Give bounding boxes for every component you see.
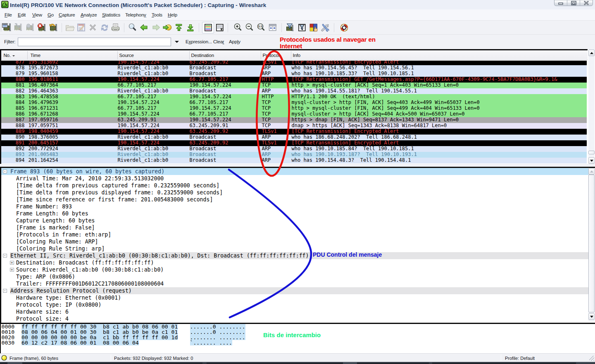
scroll-up-button[interactable] (588, 50, 595, 56)
zoom-in-icon[interactable] (233, 23, 243, 33)
packet-row[interactable]: 884 196.479639 190.154.57.224 66.77.105.… (1, 100, 587, 106)
menu-item[interactable]: Tools (152, 12, 162, 17)
save-as-icon[interactable] (76, 23, 86, 33)
packet-row[interactable]: 889 198.040459 190.154.57.224 63.245.209… (1, 129, 587, 135)
column-protocol[interactable]: Protocol (263, 53, 280, 58)
hex-line[interactable]: 0030 60 12 c2 17 08 06 00 01 08 00 06 04… (0, 340, 595, 345)
column-source[interactable]: Source (119, 53, 134, 58)
column-time[interactable]: Time (31, 53, 40, 58)
filter-dropdown-icon[interactable] (172, 38, 181, 46)
packet-row[interactable]: 880 196.018611 190.154.57.224 66.77.105.… (1, 77, 587, 83)
zoom-normal-icon[interactable]: 1:1 (256, 23, 266, 33)
column-separator[interactable] (261, 51, 261, 59)
menu-item[interactable]: Edit (18, 12, 26, 17)
column-separator[interactable] (189, 51, 190, 59)
go-to-packet-icon[interactable] (162, 23, 172, 33)
menu-item[interactable]: Help (168, 12, 177, 17)
expression-button[interactable]: Expression... (186, 39, 212, 44)
preferences-icon[interactable] (320, 23, 330, 33)
resize-grip[interactable] (589, 356, 594, 361)
clear-button[interactable]: Clear (213, 39, 224, 44)
go-to-bottom-icon[interactable] (186, 23, 195, 33)
detail-row[interactable]: + Destination: Broadcast (ff:ff:ff:ff:ff… (1, 259, 589, 266)
detail-row[interactable]: - Frame 893 (60 bytes on wire, 60 bytes … (1, 168, 589, 175)
detail-row[interactable]: [Time delta from previous captured frame… (1, 182, 589, 189)
menu-item[interactable]: File (5, 12, 12, 17)
stop-capture-icon[interactable] (37, 23, 47, 33)
detail-row[interactable]: Protocol size: 4 (1, 315, 589, 322)
expander-icon[interactable]: - (3, 170, 7, 174)
menu-item[interactable]: Capture (59, 12, 75, 17)
packet-row[interactable]: 877 195.313692 190.154.57.224 63.245.209… (1, 61, 587, 65)
capture-options-icon[interactable] (13, 23, 23, 33)
menu-item[interactable]: Statistics (102, 12, 120, 17)
reload-icon[interactable] (100, 23, 109, 33)
hex-ascii[interactable]: `....... .... (190, 340, 232, 345)
minimize-icon[interactable] (559, 3, 563, 5)
help-icon[interactable] (339, 23, 349, 33)
packet-row[interactable]: 892 200.772924 Riverdel_c1:ab:b0 Broadca… (1, 146, 587, 152)
go-forward-icon[interactable] (151, 23, 161, 33)
packet-row[interactable]: 882 196.464363 Riverdel_c1:ab:b0 Broadca… (1, 88, 587, 94)
expander-icon[interactable]: + (10, 261, 14, 265)
packet-row[interactable]: 883 196.478558 66.77.105.217 190.154.57.… (1, 94, 587, 100)
detail-row[interactable]: [Time delta from previous displayed fram… (1, 189, 589, 196)
menu-item[interactable]: Go (48, 12, 54, 17)
expert-info-led-icon[interactable] (1, 355, 7, 362)
go-to-top-icon[interactable] (174, 23, 184, 33)
resize-columns-icon[interactable] (268, 23, 278, 33)
detail-row[interactable]: Arrival Time: Mar 24, 2010 22:59:33.5130… (1, 175, 589, 182)
column-separator[interactable] (27, 51, 28, 59)
open-file-icon[interactable] (65, 23, 75, 33)
find-packet-icon[interactable] (128, 23, 138, 33)
detail-row[interactable]: [Coloring Rule String: arp] (1, 245, 589, 252)
restart-capture-icon[interactable] (48, 23, 58, 33)
packet-row[interactable]: 879 195.960158 Riverdel_c1:ab:b0 Broadca… (1, 71, 587, 77)
detail-row[interactable]: [Protocols in frame: eth:arp] (1, 231, 589, 238)
coloring-rules-icon[interactable] (309, 23, 319, 33)
auto-scroll-icon[interactable] (215, 23, 225, 33)
zoom-out-icon[interactable] (245, 23, 255, 33)
detail-row[interactable]: [Frame is marked: False] (1, 224, 589, 231)
packet-row[interactable]: 893 201.005483 Riverdel_c1:ab:b0 Broadca… (1, 152, 587, 158)
list-interfaces-icon[interactable] (2, 23, 12, 33)
go-back-icon[interactable] (139, 23, 149, 33)
detail-row[interactable]: Capture Length: 60 bytes (1, 217, 589, 224)
colorize-icon[interactable] (203, 23, 213, 33)
detail-row[interactable]: Protocol type: IP (0x0800) (1, 301, 589, 308)
detail-row[interactable]: - Ethernet II, Src: Riverdel_c1:ab:b0 (0… (1, 252, 589, 259)
scrollbar-thumb[interactable] (588, 175, 595, 312)
packet-row[interactable]: 888 197.059751 190.154.57.224 63.245.209… (1, 123, 587, 129)
detail-row[interactable]: [Coloring Rule Name: ARP] (1, 238, 589, 245)
capture-filters-icon[interactable] (286, 23, 295, 33)
caption-buttons[interactable] (554, 0, 593, 8)
detail-row[interactable]: Frame Length: 60 bytes (1, 210, 589, 217)
column-separator[interactable] (117, 51, 118, 59)
packet-list-scrollbar[interactable] (588, 49, 595, 164)
menu-item[interactable]: View (32, 12, 42, 17)
detail-row[interactable]: Hardware type: Ethernet (0x0001) (1, 294, 589, 301)
detail-row[interactable]: Frame Number: 893 (1, 203, 589, 210)
detail-scrollbar[interactable] (588, 168, 595, 321)
display-filters-icon[interactable] (297, 23, 307, 33)
packet-list-header[interactable]: No. Time Source Destination Protocol Inf… (1, 50, 588, 61)
filter-input[interactable] (18, 38, 171, 46)
start-capture-icon[interactable] (25, 23, 35, 33)
packet-row[interactable]: 886 196.671268 190.154.57.224 66.77.105.… (1, 111, 587, 117)
packet-row[interactable]: 891 200.645157 190.154.57.224 63.245.209… (1, 140, 587, 146)
packet-row[interactable]: 878 195.872673 Riverdel_c1:ab:b0 Broadca… (1, 65, 587, 71)
menu-item[interactable]: Analyze (81, 12, 97, 17)
apply-button[interactable]: Apply (229, 39, 240, 44)
scroll-down-button[interactable] (588, 157, 595, 164)
detail-row[interactable]: + Source: Riverdel_c1:ab:b0 (00:30:b8:c1… (1, 266, 589, 273)
column-separator[interactable] (291, 51, 291, 59)
detail-row[interactable]: Hardware size: 6 (1, 308, 589, 315)
scrollbar-track[interactable] (588, 49, 595, 163)
column-info[interactable]: Info (293, 53, 300, 58)
hex-bytes[interactable]: 60 12 c2 17 08 06 00 01 08 00 06 04 (21, 340, 139, 345)
detail-row[interactable]: Trailer: FFFFFFFF001D6012C21708060001080… (1, 280, 589, 287)
detail-row[interactable]: - Address Resolution Protocol (request) (1, 287, 589, 294)
detail-row[interactable]: [Time since reference or first frame: 20… (1, 196, 589, 203)
expander-icon[interactable]: + (10, 268, 14, 272)
packet-row[interactable]: 885 196.671231 66.77.105.217 190.154.57.… (1, 106, 587, 111)
